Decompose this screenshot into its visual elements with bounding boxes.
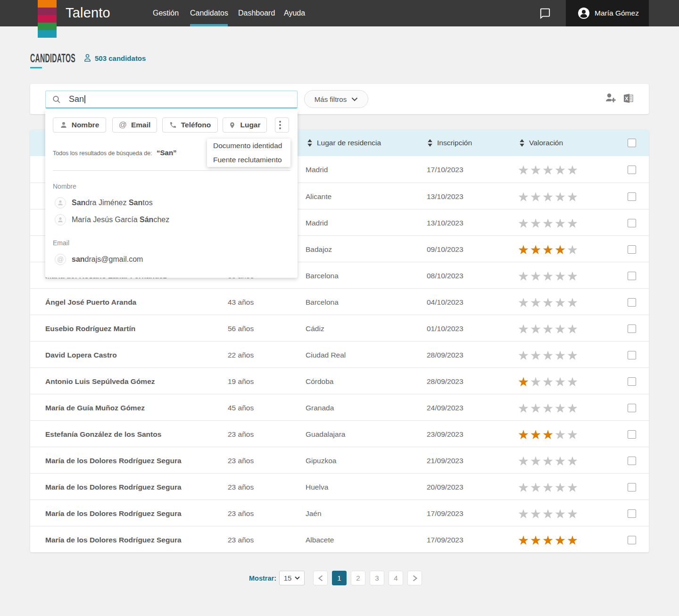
svg-text:X: X: [625, 96, 629, 101]
